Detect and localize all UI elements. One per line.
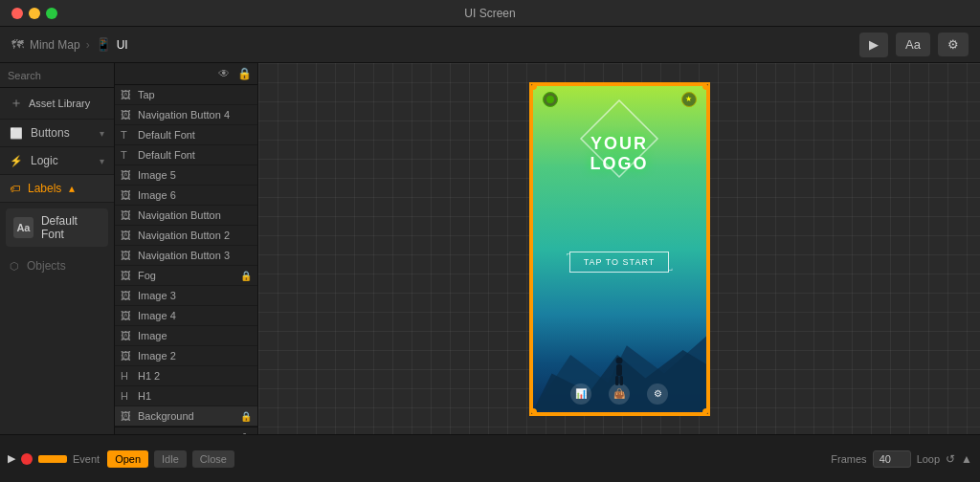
record-button[interactable] — [21, 453, 33, 465]
handle-bottom-right[interactable] — [702, 408, 708, 414]
bottom-icons: 📊 👜 ⚙ — [570, 383, 668, 405]
layer-row[interactable]: 🖼 Navigation Button 2 — [115, 226, 257, 246]
delete-layer-button[interactable]: 🗑 — [238, 431, 252, 434]
idle-event-button[interactable]: Idle — [154, 450, 187, 468]
logic-label: Logic — [31, 154, 58, 167]
layer-type-icon: T — [121, 149, 134, 161]
timeline-play-button[interactable]: ▶ — [8, 452, 15, 465]
breadcrumb-current[interactable]: UI — [117, 38, 128, 52]
minimize-button[interactable] — [29, 8, 40, 19]
layer-name: Image 6 — [138, 189, 252, 201]
layer-row-background[interactable]: 🖼 Background 🔒 — [115, 406, 257, 427]
canvas-area[interactable]: ★ YOUR LOGO — [258, 63, 980, 434]
svg-rect-4 — [616, 364, 622, 376]
layer-type-icon: H — [121, 370, 134, 382]
layer-row[interactable]: T Default Font — [115, 125, 257, 145]
layer-type-icon: 🖼 — [121, 169, 134, 181]
layer-row[interactable]: T Default Font — [115, 145, 257, 165]
layer-name: H1 — [138, 390, 252, 402]
svg-rect-5 — [615, 376, 619, 385]
layer-type-icon: 🖼 — [121, 330, 134, 341]
layer-name: Image 2 — [138, 350, 252, 362]
layer-type-icon: 🖼 — [121, 270, 134, 281]
layer-row[interactable]: 🖼 Navigation Button — [115, 206, 257, 226]
titlebar: UI Screen — [0, 0, 980, 27]
handle-bottom-left[interactable] — [531, 408, 537, 414]
logic-icon: ⚡ — [10, 155, 23, 167]
stats-icon-button[interactable]: 📊 — [570, 383, 591, 405]
layer-row[interactable]: 🖼 Tap — [115, 85, 257, 105]
asset-library-button[interactable]: ＋ Asset Library — [0, 88, 114, 120]
event-label: Event — [73, 453, 100, 465]
sidebar-item-labels[interactable]: 🏷 Labels ▴ — [0, 175, 114, 203]
frames-section: Frames Loop ↺ ▲ — [831, 450, 972, 468]
layer-row[interactable]: 🖼 Image 5 — [115, 165, 257, 186]
bag-icon-button[interactable]: 👜 — [609, 383, 630, 405]
layer-name: Navigation Button 2 — [138, 230, 252, 241]
layer-row[interactable]: 🖼 Image 4 — [115, 306, 257, 326]
layer-name: H1 2 — [138, 370, 252, 382]
settings-icon-button[interactable]: ⚙ — [647, 383, 668, 405]
maximize-button[interactable] — [46, 8, 57, 19]
layer-row[interactable]: H H1 — [115, 386, 257, 406]
layer-row[interactable]: 🖼 Navigation Button 4 — [115, 105, 257, 125]
objects-icon: ⬡ — [10, 260, 19, 273]
layer-name: Default Font — [138, 129, 252, 141]
toolbar-right: ▶ Aa ⚙ — [859, 33, 969, 57]
search-bar: 🔍 — [0, 63, 114, 88]
logo-line2: LOGO — [590, 154, 649, 175]
layer-name: Image 5 — [138, 169, 252, 181]
objects-label: Objects — [27, 259, 66, 273]
sidebar-item-buttons[interactable]: ⬜ Buttons ▾ — [0, 120, 114, 147]
chevron-up-icon: ▴ — [69, 182, 75, 195]
close-event-button[interactable]: Close — [192, 450, 234, 468]
layer-row[interactable]: 🖼 Image 2 — [115, 346, 257, 366]
tap-to-start-button[interactable]: TAP TO START — [569, 252, 670, 273]
loop-label: Loop — [917, 453, 940, 465]
buttons-icon: ⬜ — [10, 127, 23, 140]
layer-row[interactable]: 🖼 Image 6 — [115, 186, 257, 206]
sidebar-item-logic[interactable]: ⚡ Logic ▾ — [0, 147, 114, 175]
layer-type-icon: 🖼 — [121, 410, 134, 422]
layer-type-icon: H — [121, 390, 134, 402]
open-event-button[interactable]: Open — [107, 450, 148, 468]
layer-type-icon: 🖼 — [121, 350, 134, 362]
close-button[interactable] — [11, 8, 23, 19]
default-font-icon: Aa — [13, 217, 33, 238]
layer-row[interactable]: H H1 2 — [115, 366, 257, 386]
settings-button[interactable]: ⚙ — [938, 33, 969, 56]
font-button[interactable]: Aa — [896, 33, 930, 56]
svg-rect-6 — [620, 376, 624, 385]
layer-row[interactable]: 🖼 Fog 🔒 — [115, 266, 257, 286]
loop-toggle-button[interactable]: ↺ — [946, 452, 955, 466]
layer-lock-icon: 🔒 — [240, 271, 252, 281]
collapse-timeline-button[interactable]: ▲ — [961, 452, 972, 466]
breadcrumb-icon-ui: 📱 — [96, 37, 111, 52]
phone-screen: ★ YOUR LOGO — [533, 86, 706, 412]
labels-label: Labels — [28, 182, 61, 195]
layer-name: Default Font — [138, 149, 252, 161]
window-title: UI Screen — [464, 7, 515, 20]
sidebar-item-objects[interactable]: ⬡ Objects — [0, 252, 114, 279]
chevron-down-icon: ▾ — [100, 128, 104, 139]
default-font-item[interactable]: Aa Default Font — [6, 208, 108, 247]
lock-icon: 🔒 — [237, 67, 252, 80]
breadcrumb-home[interactable]: Mind Map — [30, 38, 80, 52]
handle-top-right[interactable] — [702, 84, 708, 90]
logo-line1: YOUR — [590, 134, 649, 155]
default-font-label: Default Font — [41, 214, 100, 241]
layer-row[interactable]: 🖼 Navigation Button 3 — [115, 246, 257, 266]
layer-row[interactable]: 🖼 Image 3 — [115, 286, 257, 306]
layer-name: Fog — [138, 270, 236, 281]
main-area: 🔍 ＋ Asset Library ⬜ Buttons ▾ ⚡ Logic ▾ … — [0, 63, 980, 434]
frames-label: Frames — [831, 453, 866, 465]
frames-input[interactable] — [873, 450, 911, 468]
labels-icon: 🏷 — [10, 183, 20, 194]
svg-point-3 — [616, 357, 623, 363]
play-button[interactable]: ▶ — [859, 33, 888, 57]
visibility-icon: 👁 — [218, 67, 230, 80]
layer-row[interactable]: 🖼 Image — [115, 326, 257, 346]
handle-top-left[interactable] — [531, 84, 537, 90]
phone-logo-area: YOUR LOGO — [533, 86, 706, 175]
layer-name: Image 4 — [138, 310, 252, 321]
